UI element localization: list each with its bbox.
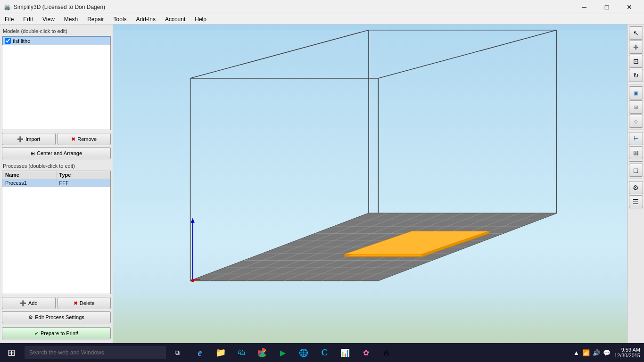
toolbar-separator-3 (629, 161, 643, 162)
time-display: 9:59 AM (614, 347, 640, 353)
view-top-button[interactable]: ▣ (629, 86, 643, 99)
menu-item-view[interactable]: View (38, 14, 59, 24)
viewport[interactable] (113, 25, 627, 343)
title-bar-left: 🖨️ Simplify3D (Licensed to Don Dagen) (4, 4, 105, 10)
app-title: Simplify3D (Licensed to Don Dagen) (14, 4, 105, 10)
maximize-button[interactable]: □ (596, 0, 618, 14)
c-app-icon[interactable]: C (315, 343, 334, 362)
view-front-button[interactable]: ⊟ (629, 100, 643, 114)
volume-icon: 🔊 (593, 349, 600, 356)
menu-item-add-ins[interactable]: Add-Ins (132, 14, 160, 24)
app9-icon[interactable]: ✿ (356, 343, 375, 362)
center-arrange-button[interactable]: ⊞ Center and Arrange (2, 147, 111, 159)
remove-button[interactable]: ✖ Remove (58, 133, 111, 145)
col-name: Name (2, 171, 57, 179)
delete-process-button[interactable]: ✖ Delete (58, 297, 111, 309)
grid-button[interactable]: ⊞ (629, 146, 643, 159)
menu-item-help[interactable]: Help (190, 14, 211, 24)
process-row[interactable]: Process1 FFF (2, 179, 110, 187)
remove-icon: ✖ (71, 136, 75, 142)
model-item[interactable]: tlsf litho (2, 36, 110, 45)
add-process-button[interactable]: ➕ Add (2, 297, 56, 309)
app-icon: 🖨️ (4, 4, 11, 10)
model-buttons: ➕ Import ✖ Remove (2, 133, 111, 145)
main-layout: Models (double-click to edit) tlsf litho… (0, 25, 644, 343)
scene-svg (113, 25, 627, 343)
media-icon[interactable]: ▶ (273, 343, 292, 362)
task-view-button[interactable]: ⧉ (168, 343, 187, 362)
left-panel: Models (double-click to edit) tlsf litho… (0, 25, 113, 343)
menu-bar: FileEditViewMeshRepairToolsAdd-InsAccoun… (0, 14, 644, 25)
clock: 9:59 AM 12/30/2015 (614, 347, 640, 358)
settings-button[interactable]: ⚙ (629, 181, 643, 194)
model-name: tlsf litho (13, 38, 30, 44)
axis-button[interactable]: ⊢ (629, 132, 643, 145)
scale-tool-button[interactable]: ⊡ (629, 55, 643, 68)
rotate-tool-button[interactable]: ↻ (629, 69, 643, 82)
arrange-icon: ⊞ (31, 150, 35, 156)
menu-item-tools[interactable]: Tools (109, 14, 132, 24)
menu-item-edit[interactable]: Edit (18, 14, 38, 24)
col-type: Type (57, 171, 111, 179)
cursor-tool-button[interactable]: ↖ (629, 26, 643, 40)
menu-item-account[interactable]: Account (160, 14, 190, 24)
toolbar-separator-2 (629, 130, 643, 130)
minimize-button[interactable]: ─ (573, 0, 595, 14)
add-icon: ➕ (20, 300, 26, 306)
prepare-print-button[interactable]: ✔ Prepare to Print! (2, 327, 111, 339)
taskbar-right: ▲ 📶 🔊 💬 9:59 AM 12/30/2015 (573, 347, 644, 358)
delete-icon: ✖ (74, 300, 78, 306)
process-type: FFF (57, 179, 111, 187)
menu-item-file[interactable]: File (0, 14, 18, 24)
move-tool-button[interactable]: ✛ (629, 41, 643, 54)
process-list: Name Type Process1 FFF (2, 171, 111, 294)
right-toolbar: ↖ ✛ ⊡ ↻ ▣ ⊟ ◇ ⊢ ⊞ ◻ ⚙ ☰ (627, 25, 644, 343)
explorer-icon[interactable]: 📁 (211, 343, 230, 362)
toolbar-separator-4 (629, 179, 643, 179)
taskbar-app-icons: e 📁 🛍 ▶ 🌐 C 📊 ✿ 🖨 (190, 343, 396, 362)
menu-item-repair[interactable]: Repair (83, 14, 108, 24)
print-icon: ✔ (34, 330, 39, 337)
window-controls: ─ □ ✕ (573, 0, 640, 14)
toolbar-separator-1 (629, 84, 643, 84)
system-tray-icons: ▲ 📶 🔊 💬 (573, 349, 611, 356)
simplify3d-icon[interactable]: 🖨 (377, 343, 396, 362)
browser2-icon[interactable]: 🌐 (294, 343, 313, 362)
taskbar: ⊞ ⧉ e 📁 🛍 ▶ 🌐 C 📊 ✿ 🖨 ▲ 📶 🔊 💬 9:59 AM 12… (0, 343, 644, 362)
edit-process-button[interactable]: ⚙ Edit Process Settings (2, 311, 111, 323)
chart-icon[interactable]: 📊 (336, 343, 355, 362)
search-input[interactable] (25, 346, 166, 359)
import-button[interactable]: ➕ Import (2, 133, 56, 145)
import-icon: ➕ (17, 136, 24, 142)
edge-icon[interactable]: e (190, 343, 209, 362)
wifi-icon: 📶 (582, 349, 590, 356)
process-buttons: ➕ Add ✖ Delete (2, 297, 111, 309)
models-list: tlsf litho (2, 36, 111, 130)
message-icon: 💬 (603, 349, 611, 356)
store-icon[interactable]: 🛍 (232, 343, 251, 362)
view-iso-button[interactable]: ◇ (629, 115, 643, 128)
wireframe-button[interactable]: ◻ (629, 164, 643, 177)
chrome-icon[interactable] (253, 343, 272, 362)
edit-process-icon: ⚙ (28, 314, 33, 321)
network-icon: ▲ (573, 349, 579, 356)
close-button[interactable]: ✕ (619, 0, 640, 14)
model-checkbox[interactable] (5, 38, 11, 44)
process-list-header: Name Type (2, 171, 110, 179)
layers-button[interactable]: ☰ (629, 195, 643, 208)
models-section-title: Models (double-click to edit) (2, 26, 111, 36)
menu-item-mesh[interactable]: Mesh (59, 14, 83, 24)
title-bar: 🖨️ Simplify3D (Licensed to Don Dagen) ─ … (0, 0, 644, 14)
start-button[interactable]: ⊞ (0, 343, 23, 362)
date-display: 12/30/2015 (614, 353, 640, 358)
processes-section-title: Processes (double-click to edit) (2, 161, 111, 171)
process-name: Process1 (2, 179, 57, 187)
